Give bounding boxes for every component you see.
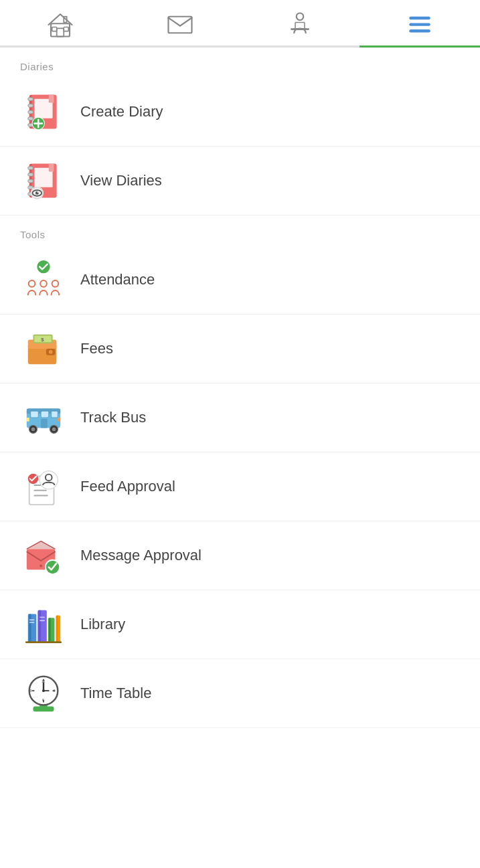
svg-point-6 [297,13,304,21]
svg-rect-76 [38,610,41,642]
svg-rect-3 [64,27,68,31]
time-table-item[interactable]: 12 3 6 9 Time Table [0,659,480,728]
attendance-item[interactable]: Attendance [0,246,480,315]
tools-list: Attendance $ [0,246,480,728]
time-table-label: Time Table [80,685,151,702]
fees-icon: $ [20,325,67,372]
svg-point-40 [52,280,59,287]
library-label: Library [80,616,125,633]
svg-rect-0 [51,23,70,36]
view-diaries-icon [20,157,67,204]
fees-label: Fees [80,340,113,357]
svg-rect-5 [168,17,191,33]
svg-text:6: 6 [42,699,44,702]
svg-rect-26 [28,173,33,176]
svg-rect-77 [39,616,45,618]
hamburger-icon [406,11,434,39]
svg-rect-14 [28,98,33,101]
svg-rect-82 [56,615,58,642]
svg-rect-52 [52,411,58,418]
library-icon [20,601,67,648]
create-diary-icon [20,88,67,135]
svg-rect-10 [410,23,431,25]
svg-point-36 [37,191,39,193]
attendance-label: Attendance [80,271,155,288]
fees-item[interactable]: $ Fees [0,315,480,383]
svg-rect-20 [49,95,54,103]
tools-section: Tools [0,215,480,728]
svg-rect-2 [52,27,56,31]
svg-rect-59 [58,418,60,422]
nav-profile[interactable] [272,7,327,46]
svg-point-57 [52,428,56,432]
svg-point-55 [31,428,35,432]
message-approval-label: Message Approval [80,547,202,564]
nav-home[interactable] [33,7,88,46]
feed-approval-label: Feed Approval [80,478,175,495]
svg-rect-78 [39,620,45,621]
view-diaries-label: View Diaries [80,172,162,189]
profile-icon [286,11,314,39]
svg-text:9: 9 [30,689,32,693]
library-item[interactable]: Library [0,590,480,659]
message-approval-icon [20,532,67,579]
time-table-icon: 12 3 6 9 [20,670,67,717]
svg-point-47 [49,350,53,354]
svg-text:12: 12 [42,680,46,683]
svg-point-38 [29,280,35,287]
svg-rect-50 [31,411,39,418]
svg-rect-73 [29,619,35,620]
svg-rect-17 [28,117,33,120]
svg-rect-31 [49,164,54,172]
nav-hamburger[interactable] [392,7,447,46]
view-diaries-item[interactable]: View Diaries [0,147,480,215]
track-bus-item[interactable]: Track Bus [0,383,480,452]
svg-rect-9 [410,17,431,19]
svg-rect-27 [28,179,33,183]
attendance-icon [20,256,67,303]
message-approval-item[interactable]: Message Approval [0,521,480,590]
svg-point-94 [42,689,45,692]
svg-point-70 [39,565,42,568]
mail-icon [166,11,194,39]
nav-mail[interactable] [153,7,208,46]
svg-rect-15 [28,104,33,107]
home-icon [46,11,74,39]
svg-rect-83 [25,641,62,643]
svg-point-39 [40,280,47,287]
create-diary-item[interactable]: Create Diary [0,78,480,147]
svg-rect-80 [49,618,51,642]
create-diary-label: Create Diary [80,103,163,120]
svg-rect-72 [29,614,31,643]
tools-section-header: Tools [0,215,480,246]
svg-rect-16 [28,110,33,114]
svg-text:3: 3 [54,689,56,693]
feed-approval-icon [20,463,67,510]
feed-approval-item[interactable]: Feed Approval [0,452,480,521]
svg-rect-51 [41,411,49,418]
svg-text:$: $ [41,337,44,343]
svg-rect-11 [410,29,431,32]
track-bus-icon [20,394,67,441]
top-navigation [0,0,480,48]
svg-rect-74 [29,622,35,623]
diaries-list: Create Diary [0,78,480,215]
svg-rect-1 [56,28,64,36]
menu-content: Diaries [0,48,480,728]
track-bus-label: Track Bus [80,409,146,426]
diaries-section: Diaries [0,48,480,215]
diaries-section-header: Diaries [0,48,480,78]
svg-rect-25 [28,167,33,170]
svg-rect-58 [27,418,29,422]
svg-rect-53 [41,419,48,428]
